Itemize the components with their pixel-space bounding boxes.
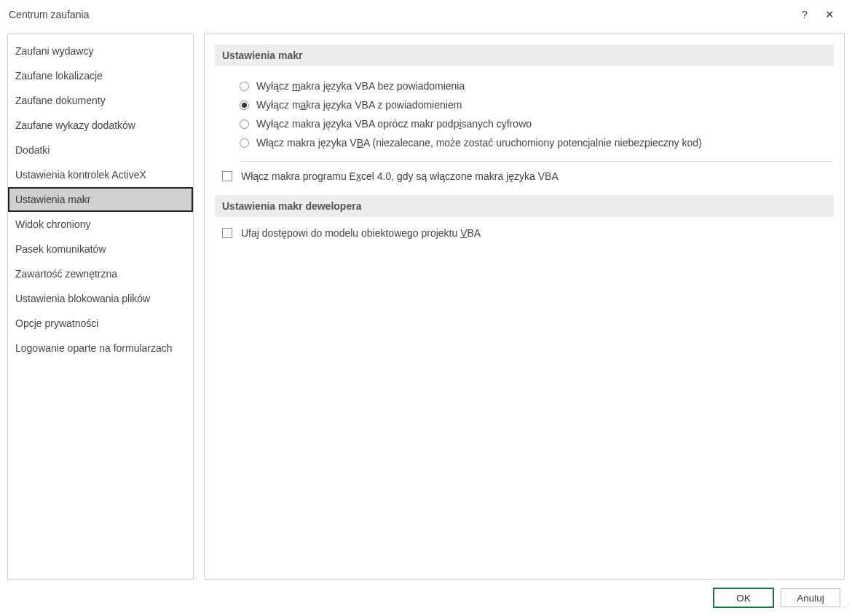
enable-excel4-macros-label: Włącz makra programu Excel 4.0, gdy są w… [241,170,559,182]
close-button[interactable]: ✕ [817,8,842,21]
dialog-title: Centrum zaufania [9,9,792,20]
trust-vba-project-label: Ufaj dostępowi do modelu obiektowego pro… [241,227,481,239]
help-button[interactable]: ? [792,9,817,20]
sidebar-item[interactable]: Pasek komunikatów [8,237,193,261]
trust-vba-project-checkbox-row[interactable]: Ufaj dostępowi do modelu obiektowego pro… [215,227,834,239]
sidebar-item[interactable]: Widok chroniony [8,212,193,237]
radio-label: Wyłącz makra języka VBA z powiadomieniem [256,99,462,111]
radio-label: Wyłącz makra języka VBA oprócz makr podp… [256,118,532,130]
macro-radio-option[interactable]: Wyłącz makra języka VBA z powiadomieniem [240,95,834,114]
sidebar: Zaufani wydawcyZaufane lokalizacjeZaufan… [7,33,194,580]
sidebar-item[interactable]: Ustawienia makr [8,187,193,212]
sidebar-item[interactable]: Zaufane wykazy dodatków [8,113,193,138]
macro-radio-option[interactable]: Wyłącz makra języka VBA bez powiadomieni… [240,76,834,95]
ok-button[interactable]: OK [714,588,773,607]
cancel-button[interactable]: Anuluj [781,588,840,607]
content-area: Zaufani wydawcyZaufane lokalizacjeZaufan… [0,29,852,580]
radio-icon [240,82,249,91]
checkbox-icon [222,171,232,181]
checkbox-icon [222,228,232,238]
radio-label: Włącz makra języka VBA (niezalecane, moż… [256,137,702,149]
sidebar-item[interactable]: Ustawienia blokowania plików [8,286,193,311]
resize-grip-icon[interactable]: ⋰ [841,605,850,614]
dialog-buttons: OK Anuluj [714,588,840,607]
section-header-developer-settings: Ustawienia makr dewelopera [215,195,834,217]
sidebar-item[interactable]: Ustawienia kontrolek ActiveX [8,162,193,187]
sidebar-item[interactable]: Zaufane lokalizacje [8,63,193,88]
sidebar-item[interactable]: Logowanie oparte na formularzach [8,336,193,360]
title-bar: Centrum zaufania ? ✕ [0,0,852,29]
radio-label: Wyłącz makra języka VBA bez powiadomieni… [256,80,465,92]
macro-radio-group: Wyłącz makra języka VBA bez powiadomieni… [215,76,834,152]
radio-icon [240,100,249,110]
sidebar-item[interactable]: Zaufani wydawcy [8,39,193,63]
sidebar-item[interactable]: Opcje prywatności [8,311,193,336]
sidebar-item[interactable]: Dodatki [8,138,193,162]
sidebar-item[interactable]: Zaufane dokumenty [8,88,193,113]
radio-icon [240,119,249,129]
section-header-macro-settings: Ustawienia makr [215,44,834,66]
sidebar-item[interactable]: Zawartość zewnętrzna [8,261,193,286]
divider [240,161,834,162]
radio-icon [240,138,249,148]
macro-radio-option[interactable]: Włącz makra języka VBA (niezalecane, moż… [240,133,834,152]
macro-radio-option[interactable]: Wyłącz makra języka VBA oprócz makr podp… [240,114,834,133]
settings-panel: Ustawienia makr Wyłącz makra języka VBA … [204,33,845,580]
enable-excel4-macros-checkbox-row[interactable]: Włącz makra programu Excel 4.0, gdy są w… [215,170,834,182]
